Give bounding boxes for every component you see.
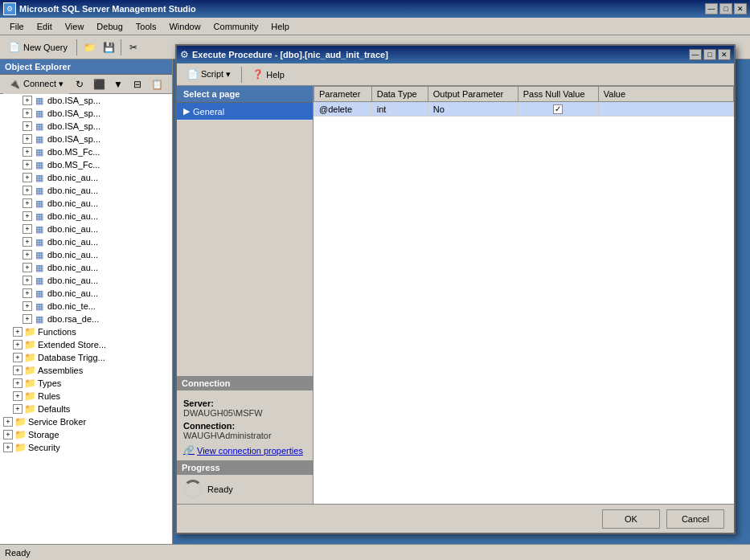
- tree-item-oe12[interactable]: + ▦ dbo.nic_au...: [0, 235, 172, 248]
- col-passnull: Pass Null Value: [518, 87, 598, 102]
- tree-item-oe2[interactable]: + ▦ dbo.ISA_sp...: [0, 107, 172, 120]
- tree-item-oe17[interactable]: + ▦ dbo.nic_te...: [0, 300, 172, 313]
- new-query-button[interactable]: 📄 New Query: [3, 38, 73, 57]
- dialog-main-area: Parameter Data Type Output Parameter Pas…: [314, 86, 734, 504]
- value-input[interactable]: [604, 104, 728, 114]
- open-button[interactable]: 📁: [80, 39, 98, 56]
- tree-item-oe11[interactable]: + ▦ dbo.nic_au...: [0, 223, 172, 235]
- expand-icon: +: [23, 250, 32, 260]
- tree-item-label: dbo.nic_au...: [47, 186, 98, 195]
- expand-icon: +: [23, 160, 32, 170]
- ok-button[interactable]: OK: [602, 509, 660, 529]
- tree-item-functions[interactable]: + 📁 Functions: [0, 325, 172, 338]
- tree-item-label: dbo.nic_au...: [47, 276, 98, 285]
- table-icon: ▦: [34, 263, 45, 272]
- sidebar-page-general[interactable]: ▶ General: [177, 103, 313, 121]
- tree-item-label: Security: [28, 443, 60, 452]
- menu-debug[interactable]: Debug: [90, 18, 129, 35]
- dialog-close-button[interactable]: ✕: [718, 49, 731, 60]
- cut-button[interactable]: ✂: [125, 39, 142, 56]
- menu-window[interactable]: Window: [162, 18, 207, 35]
- tree-item-label: dbo.nic_au...: [47, 198, 98, 208]
- dialog-minimize-button[interactable]: —: [689, 49, 702, 60]
- script-button[interactable]: 📄 Script ▾: [182, 66, 236, 84]
- menu-help[interactable]: Help: [264, 18, 296, 35]
- toolbar-separator-1: [76, 39, 77, 55]
- tree-item-oe7[interactable]: + ▦ dbo.nic_au...: [0, 171, 172, 184]
- dialog-toolbar-sep: [241, 67, 242, 83]
- tree-item-oe3[interactable]: + ▦ dbo.ISA_sp...: [0, 120, 172, 133]
- parameter-table: Parameter Data Type Output Parameter Pas…: [314, 86, 734, 116]
- tree-item-oe14[interactable]: + ▦ dbo.nic_au...: [0, 261, 172, 274]
- expand-icon: +: [13, 404, 23, 414]
- dialog-maximize-button[interactable]: □: [703, 49, 716, 60]
- dialog-title: Execute Procedure - [dbo].[nic_aud_init_…: [192, 50, 388, 59]
- table-icon: ▦: [34, 276, 45, 285]
- tree-item-extended-store[interactable]: + 📁 Extended Store...: [0, 338, 172, 351]
- table-icon: ▦: [34, 224, 45, 234]
- tree-item-storage[interactable]: + 📁 Storage: [0, 428, 172, 441]
- tree-item-oe16[interactable]: + ▦ dbo.nic_au...: [0, 287, 172, 300]
- minimize-button[interactable]: —: [705, 3, 718, 14]
- connection-label: Connection:: [183, 421, 306, 431]
- close-button[interactable]: ✕: [734, 3, 747, 14]
- tree-item-oe10[interactable]: + ▦ dbo.nic_au...: [0, 210, 172, 223]
- maximize-button[interactable]: □: [719, 3, 732, 14]
- table-icon: ▦: [34, 237, 45, 247]
- tree-item-database-triggers[interactable]: + 📁 Database Trigg...: [0, 351, 172, 364]
- cell-value[interactable]: [598, 102, 733, 116]
- tree-item-label: dbo.nic_au...: [47, 263, 98, 272]
- tree-item-service-broker[interactable]: + 📁 Service Broker: [0, 415, 172, 428]
- table-row[interactable]: @delete int No ✓: [314, 102, 734, 116]
- folder-icon: 📁: [14, 417, 26, 427]
- tree-item-oe8[interactable]: + ▦ dbo.nic_au...: [0, 184, 172, 197]
- table-icon: ▦: [34, 186, 45, 195]
- tree-item-oe18[interactable]: + ▦ dbo.rsa_de...: [0, 313, 172, 325]
- expand-icon: +: [23, 173, 32, 182]
- cancel-button[interactable]: Cancel: [666, 509, 724, 529]
- properties-button[interactable]: 📋: [148, 76, 166, 93]
- menu-edit[interactable]: Edit: [31, 18, 59, 35]
- script-label: Script ▾: [201, 69, 231, 80]
- expand-icon: +: [23, 211, 32, 221]
- tree-area[interactable]: + ▦ dbo.ISA_sp... + ▦ dbo.ISA_sp... + ▦ …: [0, 94, 172, 544]
- table-icon: ▦: [34, 96, 45, 105]
- view-connection-link[interactable]: 🔗 View connection properties: [183, 445, 306, 456]
- stop-button[interactable]: ⬛: [90, 76, 108, 93]
- expand-icon: +: [23, 224, 32, 234]
- tree-item-assemblies[interactable]: + 📁 Assemblies: [0, 364, 172, 377]
- help-button[interactable]: ❓ Help: [247, 66, 290, 84]
- tree-item-oe9[interactable]: + ▦ dbo.nic_au...: [0, 197, 172, 210]
- tree-item-label: Extended Store...: [38, 340, 106, 349]
- tree-item-label: Defaults: [38, 404, 70, 414]
- save-button[interactable]: 💾: [100, 39, 117, 56]
- tree-item-oe1[interactable]: + ▦ dbo.ISA_sp...: [0, 94, 172, 107]
- refresh-button[interactable]: ↻: [71, 76, 88, 93]
- tree-item-oe15[interactable]: + ▦ dbo.nic_au...: [0, 274, 172, 287]
- tree-item-defaults[interactable]: + 📁 Defaults: [0, 403, 172, 415]
- tree-item-oe5[interactable]: + ▦ dbo.MS_Fc...: [0, 145, 172, 158]
- filter-button[interactable]: ▼: [109, 76, 127, 93]
- tree-item-oe4[interactable]: + ▦ dbo.ISA_sp...: [0, 133, 172, 145]
- menu-community[interactable]: Community: [207, 18, 265, 35]
- tree-item-types[interactable]: + 📁 Types: [0, 377, 172, 390]
- progress-section-title: Progress: [177, 460, 313, 475]
- cell-passnull[interactable]: ✓: [518, 102, 598, 116]
- expand-icon: +: [23, 96, 32, 105]
- menu-view[interactable]: View: [59, 18, 91, 35]
- table-icon: ▦: [34, 288, 45, 298]
- tree-item-oe6[interactable]: + ▦ dbo.MS_Fc...: [0, 158, 172, 171]
- table-icon: ▦: [34, 250, 45, 260]
- tree-item-security[interactable]: + 📁 Security: [0, 441, 172, 454]
- tree-item-oe13[interactable]: + ▦ dbo.nic_au...: [0, 248, 172, 261]
- menu-tools[interactable]: Tools: [129, 18, 163, 35]
- table-icon: ▦: [34, 198, 45, 208]
- pass-null-checkbox[interactable]: ✓: [553, 104, 563, 114]
- help-label: Help: [266, 70, 285, 80]
- title-buttons: — □ ✕: [705, 3, 747, 14]
- tree-item-rules[interactable]: + 📁 Rules: [0, 390, 172, 403]
- new-query-icon: 📄: [9, 42, 20, 52]
- connect-button[interactable]: 🔌 Connect ▾: [3, 75, 69, 94]
- menu-file[interactable]: File: [3, 18, 31, 35]
- collapse-button[interactable]: ⊟: [129, 76, 146, 93]
